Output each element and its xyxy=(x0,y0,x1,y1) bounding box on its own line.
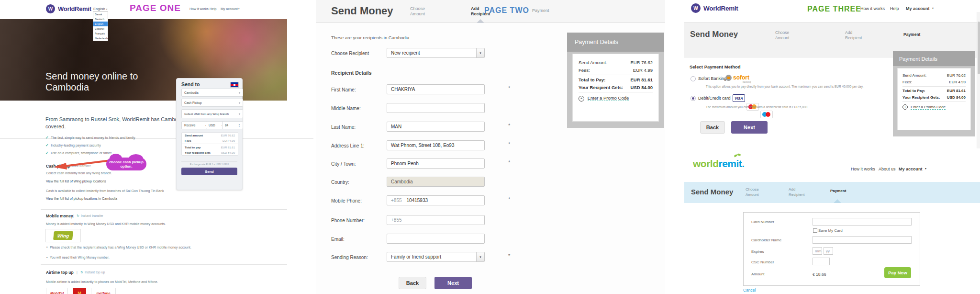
mobile-money-tag: Instant transfer xyxy=(81,214,103,217)
email-input[interactable] xyxy=(387,234,485,244)
payment-details-title: Payment Details xyxy=(893,51,975,66)
csc-input[interactable] xyxy=(813,258,830,265)
metfone-emblem-text: M xyxy=(78,291,81,294)
save-card-checkbox[interactable] xyxy=(813,228,817,233)
chevron-down-icon: ▾ xyxy=(239,91,240,94)
nav-about-us[interactable]: About us xyxy=(879,167,896,171)
send-amount-value: EUR 76.62 xyxy=(947,73,966,78)
middle-name-input[interactable] xyxy=(387,103,485,113)
mobile-phone-input[interactable]: +855 10415933 xyxy=(387,195,485,205)
nav-my-account[interactable]: My account xyxy=(906,6,930,11)
step-payment: Payment xyxy=(903,32,920,37)
visa-logo: VISA xyxy=(733,94,745,102)
nav-how-it-works[interactable]: How it works xyxy=(189,7,209,11)
check-text: Use on a computer, smartphone or tablet xyxy=(51,151,111,155)
phone-number-input[interactable]: +855 xyxy=(387,215,485,225)
worldremit-classic-logo: worldremit. xyxy=(693,158,745,170)
card-radio-selected[interactable] xyxy=(690,96,696,101)
send-amount-value: EUR 76.62 xyxy=(631,60,653,65)
payment-details-card: Send Amount:EUR 76.62 Fees:EUR 4.99 Tota… xyxy=(572,54,659,122)
divider xyxy=(579,92,653,92)
last-name-input[interactable]: MAN xyxy=(387,122,485,132)
amount-input[interactable]: 84 ▲▼ xyxy=(222,121,243,129)
expires-yy-input[interactable]: yy xyxy=(824,247,833,255)
card-number-input[interactable] xyxy=(813,218,912,226)
choose-recipient-select[interactable]: New recipient ▾ xyxy=(387,48,485,58)
language-option[interactable]: Nederlands xyxy=(93,36,108,41)
pickup-locations-link[interactable]: View the full list of pickup locations i… xyxy=(46,197,117,200)
cambodia-flag-icon xyxy=(230,82,239,88)
sofort-radio[interactable] xyxy=(690,76,696,81)
chevron-down-icon: ▾ xyxy=(238,7,240,10)
nav-help[interactable]: Help xyxy=(210,7,216,11)
sending-reason-select[interactable]: Family or friend support ▾ xyxy=(387,252,485,262)
language-selector[interactable]: English ▾ xyxy=(93,7,107,11)
active-step-caret xyxy=(834,199,841,203)
wing-locations-link[interactable]: View the full list of Wing pickup locati… xyxy=(46,180,106,183)
scrollbar[interactable] xyxy=(977,12,980,148)
first-name-input[interactable]: CHAKRIYA xyxy=(387,84,485,94)
bullet-icon: • xyxy=(46,245,47,249)
country-select[interactable]: Cambodia▾ xyxy=(181,89,243,97)
metfone-logo-text: metfone xyxy=(96,291,110,294)
cancel-link[interactable]: Cancel xyxy=(743,288,756,293)
required-asterisk: * xyxy=(508,253,510,259)
nav-how-it-works[interactable]: How it works xyxy=(860,6,885,11)
promo-code-link[interactable]: + Enter a Promo Code xyxy=(902,104,966,110)
nav-my-account[interactable]: My account xyxy=(899,167,923,171)
send-amount-value: EUR 76.62 xyxy=(221,134,235,137)
choose-recipient-value: New recipient xyxy=(391,50,420,56)
promo-code-link[interactable]: + Enter a Promo Code xyxy=(579,95,653,102)
page-title: Send Money xyxy=(690,30,738,39)
phone-prefix: +855 xyxy=(391,198,402,203)
fees-value: EUR 4.99 xyxy=(633,68,653,73)
payout-option-select[interactable]: Collect USD from any Wing branch▾ xyxy=(181,109,243,118)
total-value: EUR 81.61 xyxy=(221,146,235,149)
metfone-logo: metfone xyxy=(91,288,116,294)
direction-value: Receive xyxy=(184,124,195,127)
annotation-cloud: choose cash pickup option. xyxy=(106,158,146,170)
send-button[interactable]: Send xyxy=(181,168,237,175)
expires-mm-input[interactable]: mm xyxy=(813,247,822,255)
payout-option-value: Collect USD from any Wing branch xyxy=(184,113,229,115)
csc-label: CSC Number xyxy=(751,260,774,264)
logo-remit: remit. xyxy=(719,158,745,169)
recipient-gets-label: Your recipient gets xyxy=(185,151,211,154)
chevron-down-icon: ▾ xyxy=(106,8,108,11)
plus-icon: + xyxy=(902,104,908,110)
screenshot-root: W WorldRemit English ▾ Dansk Deutsch Eng… xyxy=(0,0,980,294)
page-one: W WorldRemit English ▾ Dansk Deutsch Eng… xyxy=(0,0,316,294)
step-choose-amount: ChooseAmount xyxy=(410,6,425,16)
amount-value: 84 xyxy=(225,124,228,127)
airtime-line: Mobile airtime is added instantly to pho… xyxy=(46,280,158,283)
stepper-icon[interactable]: ▲▼ xyxy=(238,124,240,127)
next-button[interactable]: Next xyxy=(434,277,472,289)
language-option[interactable]: Dansk xyxy=(93,12,108,17)
sofort-description: This option allows you to pay directly f… xyxy=(706,85,863,88)
language-option[interactable]: Español xyxy=(93,26,108,31)
delivery-method-select[interactable]: Cash Pickup▾ xyxy=(181,99,243,107)
back-button[interactable]: Back xyxy=(399,277,426,289)
cardholder-label: Cardholder Name xyxy=(751,238,781,242)
language-option[interactable]: Français xyxy=(93,31,108,36)
nav-help[interactable]: Help xyxy=(890,6,899,11)
city-input[interactable]: Phnom Penh xyxy=(387,158,485,169)
currency-value: USD xyxy=(209,124,215,127)
recipients-intro: These are your recipients in Cambodia xyxy=(331,35,409,40)
pay-now-button[interactable]: Pay Now xyxy=(884,267,911,278)
total-label: Total to pay xyxy=(185,146,200,149)
maestro-logo xyxy=(760,111,773,118)
next-button[interactable]: Next xyxy=(731,121,768,134)
cardholder-input[interactable] xyxy=(813,236,912,244)
address-line1-input[interactable]: Wat Phnom, Street 108, Eo93 xyxy=(387,140,485,150)
chevron-down-icon: ▾ xyxy=(925,167,926,170)
language-option-selected[interactable]: English xyxy=(93,22,108,26)
back-button[interactable]: Back xyxy=(700,121,725,134)
nav-how-it-works[interactable]: How it works xyxy=(851,167,875,171)
scrollbar-thumb[interactable] xyxy=(978,22,980,74)
nav-my-account[interactable]: My account xyxy=(221,7,238,11)
language-option[interactable]: Deutsch xyxy=(93,17,108,22)
send-amount-label: Send Amount: xyxy=(902,73,926,78)
phone-number-label: Phone Number: xyxy=(331,218,365,223)
step-add-recipient: AddRecipient xyxy=(845,30,862,40)
